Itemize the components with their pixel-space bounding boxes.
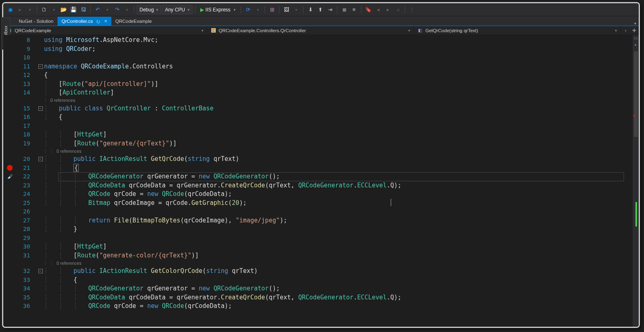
run-button[interactable]: ▶ IIS Express ▾ [198,5,238,14]
code-line[interactable]: ┆ ┆ public IActionResult GetQrCode(strin… [44,155,632,164]
code-line[interactable]: ┆ ┆ ┆ QRCode qrCode = new QRCode(qrCodeD… [44,302,632,311]
find-in-files-button[interactable]: 🖼 [282,5,291,14]
bookmark-next-button[interactable]: ▸ [383,5,392,14]
tab-qrcontroller[interactable]: QrController.cs ⭮ × [58,17,111,26]
fold-toggle[interactable]: − [38,157,43,161]
line-number: 25 [16,199,34,208]
code-line[interactable]: ┆ public class QrController : Controller… [44,104,632,113]
chevron-down-icon: ▾ [408,29,410,33]
tab-label: QRCodeExample [115,19,152,24]
lock-icon: ⭮ [96,19,100,24]
new-project-dropdown[interactable]: ▾ [49,5,58,14]
config-combo[interactable]: Debug ▾ [137,5,161,14]
code-line[interactable]: ┆ ┆ [Route("generate-color/{qrText}")] [44,251,632,260]
code-line[interactable]: ┆ ┆ [Route("generate/{qrText}")] [44,139,632,148]
code-line[interactable]: ┆ ┆ public IActionResult GetColorQrCode(… [44,267,632,276]
toolbar-overflow[interactable]: ⋮ [407,5,416,14]
code-lens[interactable]: ┆ ┆ 0 references [44,148,632,155]
redo-button[interactable]: ↷ [113,5,122,14]
tab-label: QrController.cs [62,19,93,24]
line-number: 27 [16,216,34,225]
code-line[interactable]: ┆ ┆ [HttpGet] [44,242,632,251]
code-line[interactable]: ┆ ┆ [HttpGet] [44,130,632,139]
nav-dropdown[interactable]: ▾ [25,5,34,14]
main-toolbar: ◉ ▸ ▾ 🗋 ▾ 📂 💾 🖫 ↶ ▾ ↷ ▾ Debug ▾ Any CPU … [3,3,639,16]
tab-qrcodeexample[interactable]: QRCodeExample [111,17,156,26]
add-view-button[interactable]: ✚ [630,28,639,33]
undo-button[interactable]: ↶ [93,5,102,14]
code-line[interactable]: ┆ [ApiController] [44,88,632,97]
code-line[interactable]: ┆ ┆ { [44,276,632,285]
class-icon: 🅲 [210,28,216,33]
line-number: 17 [16,122,34,131]
line-number: 26 [16,207,34,216]
line-number: 11 [16,62,34,71]
bookmark-button[interactable]: 🔖 [364,5,373,14]
code-editor[interactable]: 8using Microsoft.AspNetCore.Mvc;9using Q… [3,35,632,327]
code-line[interactable]: ┆ ┆ ┆ QRCodeGenerator qrGenerator = new … [44,172,632,181]
code-line[interactable]: using QRCoder; [44,45,632,54]
code-line[interactable]: ┆ { [44,113,632,122]
code-line[interactable]: ┆ ┆ ┆ QRCode qrCode = new QRCode(qrCodeD… [44,190,632,199]
code-line[interactable]: ┆ ┆ ┆ return File(BitmapToBytes(qrCodeIm… [44,216,632,225]
code-line[interactable]: ┆ ┆ ┆ Bitmap qrCodeImage = qrCode.GetGra… [44,199,632,208]
open-button[interactable]: 📂 [59,5,68,14]
nav-back-button[interactable]: ◉ [6,5,15,14]
nav-class[interactable]: 🅲 QRCodeExample.Controllers.QrController… [207,26,414,35]
platform-combo[interactable]: Any CPU ▾ [162,5,192,14]
redo-dropdown[interactable]: ▾ [122,5,131,14]
tab-label: NuGet - Solution [19,19,53,24]
split-handle[interactable]: ▭ [633,36,639,40]
step-into-button[interactable]: ⬆ [316,5,325,14]
code-line[interactable]: ┆ ┆ ┆ QRCodeData qrCodeData = qrGenerato… [44,293,632,302]
document-tabs: NuGet - Solution QrController.cs ⭮ × QRC… [3,16,639,26]
run-label: IIS Express [206,7,230,13]
scroll-up-icon[interactable]: ▴ [633,42,639,46]
code-lens[interactable]: ┆ 0 references [44,97,632,104]
tab-overflow-dropdown[interactable]: ▾ [634,21,639,26]
bookmark-prev-button[interactable]: ◂ [374,5,383,14]
play-icon: ▶ [200,7,204,13]
nav-member[interactable]: ◧ GetQrCode(string qrText) ▾ [414,26,621,35]
code-line[interactable]: ┆ ┆ ┆ QRCodeGenerator qrGenerator = new … [44,284,632,293]
nav-project[interactable]: ▣ QRCodeExample ▾ [3,26,207,35]
code-line[interactable]: ┆ ┆ ┆ QRCodeData qrCodeData = qrGenerato… [44,181,632,190]
fold-toggle[interactable]: − [38,106,43,111]
line-number: 30 [16,242,34,251]
tab-nuget-solution[interactable]: NuGet - Solution [15,17,58,26]
split-view-button[interactable]: ⫞ [621,28,630,33]
save-button[interactable]: 💾 [69,5,78,14]
code-line[interactable]: using Microsoft.AspNetCore.Mvc; [44,36,632,45]
undo-dropdown[interactable]: ▾ [103,5,112,14]
bookmark-clear-button[interactable]: ◃ [393,5,402,14]
chevron-down-icon: ▾ [188,8,190,12]
line-number: 32 [16,267,34,276]
nav-fwd-button[interactable]: ▸ [15,5,24,14]
vertical-scrollbar[interactable]: ▭ ▴ [632,35,639,327]
code-line[interactable]: ┆ [Route("api/[controller]")] [44,80,632,89]
screwdriver-icon[interactable]: 🖌 [7,172,13,181]
code-line[interactable]: ┆ ┆ { [44,164,632,173]
step-out-button[interactable]: ⇥ [325,5,334,14]
step-over-button[interactable]: ⬇ [306,5,315,14]
fold-toggle[interactable]: − [38,269,43,273]
code-line[interactable]: { [44,71,632,80]
refresh-dropdown[interactable]: ▾ [253,5,262,14]
line-number: 24 [16,190,34,199]
new-project-button[interactable]: 🗋 [40,5,49,14]
uncomment-button[interactable]: ≡ [350,5,359,14]
save-all-button[interactable]: 🖫 [79,5,88,14]
refresh-button[interactable]: ⟳ [243,5,252,14]
line-number: 23 [16,181,34,190]
code-line[interactable]: ┆ ┆ } [44,225,632,234]
close-icon[interactable]: × [104,18,107,24]
code-lens[interactable]: ┆ ┆ 0 references [44,260,632,267]
browse-button[interactable]: ⊞ [268,5,277,14]
breakpoint-icon[interactable] [7,165,13,171]
code-line[interactable]: namespace QRCodeExample.Controllers [44,62,632,71]
fold-toggle[interactable]: − [38,64,43,69]
scroll-thumb[interactable] [634,51,638,137]
line-number: 29 [16,234,34,243]
find-in-files-dropdown[interactable]: ▾ [292,5,301,14]
comment-button[interactable]: ≣ [340,5,349,14]
